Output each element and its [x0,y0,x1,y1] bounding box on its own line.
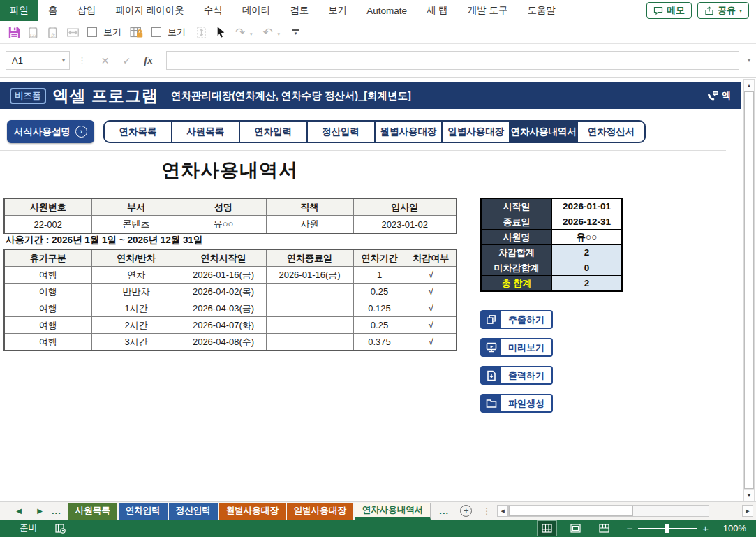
tab-automate[interactable]: Automate [357,0,417,21]
usage-cell[interactable]: √ [406,267,457,284]
view-checkbox-1[interactable] [84,23,101,41]
sheet-next-icon[interactable]: ▶ [35,507,45,515]
name-cell[interactable]: 유○○ [181,216,266,234]
usage-cell[interactable]: √ [406,317,457,334]
zoom-out-icon[interactable]: − [626,522,632,534]
save-icon[interactable] [6,23,22,41]
tab-developer[interactable]: 개발 도구 [458,0,518,21]
usage-cell[interactable]: 0.25 [353,284,406,300]
share-button[interactable]: 공유 ▾ [697,2,749,19]
comments-button[interactable]: 메모 [646,2,692,19]
usage-cell[interactable]: √ [406,334,457,351]
create-file-button[interactable]: 파일생성 [480,394,553,413]
usage-cell[interactable]: 2026-01-16(금) [266,267,353,284]
usage-cell[interactable]: 2시간 [91,317,181,334]
zoom-in-icon[interactable]: + [702,522,709,534]
usage-cell[interactable]: 1 [353,267,406,284]
usage-cell[interactable]: 여행 [4,317,91,334]
name-box[interactable]: A1 ▾ [6,51,70,70]
name-box-chevron-icon[interactable]: ▾ [62,57,69,64]
usage-cell[interactable]: 0.25 [353,317,406,334]
usage-cell[interactable]: √ [406,284,457,300]
usage-cell[interactable]: 2026-04-03(금) [181,300,266,317]
normal-view-icon[interactable] [538,521,556,536]
summary-total-value[interactable]: 2 [552,276,623,292]
share-chevron-icon[interactable]: ▾ [739,8,742,14]
usage-cell[interactable]: 여행 [4,334,91,351]
sheet-tab-usage-statement[interactable]: 연차사용내역서 [355,503,431,520]
usage-cell[interactable] [266,284,353,300]
sheet-tab-employee-list[interactable]: 사원목록 [68,503,117,520]
usage-cell[interactable] [266,334,353,351]
sheet-tab-annual-input[interactable]: 연차입력 [119,503,168,520]
tab-home[interactable]: 홈 [38,0,68,21]
cursor-select-icon[interactable] [212,23,229,41]
nav-tab-annual-settlement[interactable]: 연차정산서 [577,122,644,142]
toolbar-overflow-icon[interactable]: ▾ [292,29,299,35]
paste-values-icon[interactable]: 123 [25,23,42,41]
tab-page-layout[interactable]: 페이지 레이아웃 [106,0,194,21]
usage-cell[interactable]: 여행 [4,284,91,300]
hscroll-right-icon[interactable]: ▶ [742,505,753,517]
usage-cell[interactable]: 0.375 [353,334,406,351]
usage-cell[interactable]: 반반차 [91,284,181,300]
tab-help[interactable]: 도움말 [518,0,566,21]
usage-cell[interactable]: 2026-04-07(화) [181,317,266,334]
redo-icon[interactable]: ↷ [232,23,249,41]
zoom-slider[interactable] [638,528,697,529]
summary-value[interactable]: 2026-01-01 [552,198,623,214]
usage-cell[interactable]: 여행 [4,300,91,317]
horizontal-scrollbar[interactable] [508,505,709,517]
nav-tab-annual-input[interactable]: 연차입력 [239,122,306,142]
sheet-tab-settlement-input[interactable]: 정산입력 [169,503,218,520]
nav-tab-settlement-input[interactable]: 정산입력 [306,122,374,142]
usage-cell[interactable]: 여행 [4,267,91,284]
department-cell[interactable]: 콘텐츠 [91,216,181,234]
row-height-icon[interactable] [193,23,209,41]
zoom-slider-thumb[interactable] [665,524,669,533]
add-sheet-icon[interactable]: + [460,505,472,517]
macro-record-icon[interactable] [55,524,66,534]
usage-cell[interactable]: 2026-04-08(수) [181,334,266,351]
nav-tab-employee-list[interactable]: 사원목록 [171,122,239,142]
page-layout-view-icon[interactable] [566,521,585,536]
position-cell[interactable]: 사원 [266,216,353,234]
page-break-view-icon[interactable] [595,521,614,536]
formula-input[interactable] [166,51,739,70]
nav-tab-monthly-ledger[interactable]: 월별사용대장 [374,122,442,142]
sheet-prev-icon[interactable]: ◀ [14,507,24,515]
tab-insert[interactable]: 삽입 [68,0,106,21]
sheet-overflow-right[interactable]: ... [439,506,449,516]
employee-number-cell[interactable]: 22-002 [4,216,91,234]
redo-dropdown-icon[interactable]: ▾ [250,31,253,37]
insert-function-icon[interactable]: fx [138,54,159,66]
tab-data[interactable]: 데이터 [232,0,281,21]
tab-new-tab[interactable]: 새 탭 [417,0,458,21]
tab-review[interactable]: 검토 [280,0,318,21]
usage-cell[interactable]: 3시간 [91,334,181,351]
extract-button[interactable]: 추출하기 [480,310,553,329]
usage-cell[interactable]: √ [406,300,457,317]
hscroll-left-icon[interactable]: ◀ [497,505,508,517]
summary-value[interactable]: 유○○ [552,230,623,245]
usage-cell[interactable]: 0.125 [353,300,406,317]
summary-value[interactable]: 0 [552,260,623,276]
scroll-down-icon[interactable]: ▼ [744,489,754,501]
cancel-icon[interactable]: ✕ [94,55,116,66]
sheet-overflow-left[interactable]: ... [52,506,61,516]
usage-cell[interactable] [266,300,353,317]
zoom-level[interactable]: 100% [717,523,746,534]
undo-icon[interactable]: ↶ [260,23,276,41]
usage-cell[interactable]: 연차 [91,267,181,284]
summary-value[interactable]: 2026-12-31 [552,214,623,230]
sheet-tab-daily-ledger[interactable]: 일별사용대장 [287,503,353,520]
preview-button[interactable]: 미리보기 [480,338,553,357]
usage-cell[interactable]: 2026-04-02(목) [181,284,266,300]
nav-tab-usage-statement[interactable]: 연차사용내역서 [509,122,577,142]
usage-cell[interactable]: 1시간 [91,300,181,317]
nav-tab-daily-ledger[interactable]: 일별사용대장 [441,122,509,142]
hire-date-cell[interactable]: 2023-01-02 [353,216,457,234]
protect-sheet-icon[interactable] [128,23,145,41]
tab-formulas[interactable]: 수식 [194,0,232,21]
tab-file[interactable]: 파일 [0,0,38,21]
